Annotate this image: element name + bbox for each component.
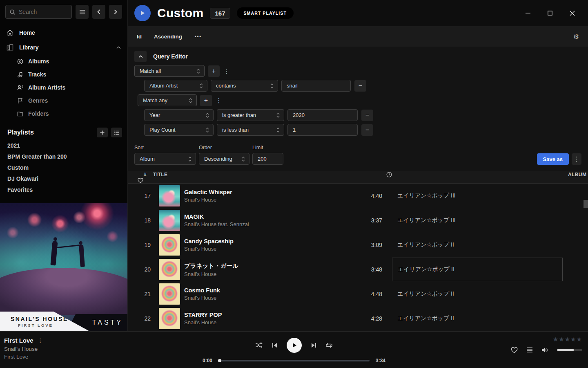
- add-playlist-button[interactable]: [97, 128, 108, 137]
- track-album-cell[interactable]: エイリアン☆ポップ III: [392, 209, 563, 232]
- table-row[interactable]: 19 Candy Spaceship Snail’s House 3:09 エイ…: [128, 233, 588, 257]
- collapse-chevron-icon[interactable]: [116, 46, 121, 49]
- track-artist[interactable]: Snail’s House: [184, 271, 345, 277]
- next-button[interactable]: [311, 343, 316, 348]
- scrollbar-thumb[interactable]: [584, 200, 588, 208]
- sidebar-item-library[interactable]: Library: [0, 40, 127, 55]
- track-artist[interactable]: Snail’s House: [184, 246, 345, 252]
- track-title[interactable]: STARRY POP: [184, 312, 345, 318]
- repeat-button[interactable]: [325, 342, 333, 348]
- sort-field-button[interactable]: Id: [137, 34, 142, 40]
- add-rule-button-1[interactable]: +: [208, 65, 220, 77]
- sidebar-item-folders[interactable]: Folders: [0, 107, 127, 120]
- remove-rule-button[interactable]: −: [354, 80, 366, 92]
- track-album[interactable]: エイリアン☆ポップ II: [397, 241, 454, 249]
- playlist-item[interactable]: 2021: [0, 140, 127, 151]
- remove-rule-button[interactable]: −: [361, 110, 373, 121]
- track-artist[interactable]: Snail’s House: [184, 319, 345, 325]
- query-collapse-button[interactable]: [134, 51, 147, 62]
- column-header-number[interactable]: #: [128, 172, 153, 177]
- track-artist[interactable]: Snail’s House: [184, 295, 345, 301]
- sort-select[interactable]: Album: [134, 153, 196, 165]
- playlist-item[interactable]: Custom: [0, 162, 127, 173]
- minimize-button[interactable]: [522, 7, 534, 19]
- sort-direction-button[interactable]: Ascending: [154, 34, 182, 40]
- table-row[interactable]: 17 Galactic Whisper Snail’s House 4:40 エ…: [128, 184, 588, 208]
- track-album-cell[interactable]: エイリアン☆ポップ II: [392, 258, 563, 281]
- rule-value-input[interactable]: [287, 109, 358, 121]
- column-header-album[interactable]: ALBUM: [563, 172, 588, 177]
- track-album[interactable]: エイリアン☆ポップ III: [397, 192, 456, 200]
- group-menu-button-1[interactable]: ⋮: [223, 65, 230, 77]
- close-button[interactable]: [566, 7, 578, 19]
- sidebar-item-genres[interactable]: Genres: [0, 94, 127, 107]
- order-select[interactable]: Descending: [199, 153, 249, 165]
- rule-field-select[interactable]: Album Artist: [144, 80, 207, 92]
- track-album[interactable]: エイリアン☆ポップ II: [397, 290, 454, 298]
- match-type-select-1[interactable]: Match all: [134, 65, 205, 77]
- seek-thumb[interactable]: [218, 359, 221, 362]
- track-album[interactable]: エイリアン☆ポップ III: [397, 217, 456, 224]
- table-row[interactable]: 20 プラネット・ガール Snail’s House 3:48 エイリアン☆ポッ…: [128, 257, 588, 282]
- now-playing-title[interactable]: First Love: [4, 337, 33, 344]
- add-rule-button-2[interactable]: +: [200, 95, 212, 106]
- save-menu-button[interactable]: ⋮: [572, 153, 581, 165]
- sidebar-item-tracks[interactable]: Tracks: [0, 68, 127, 81]
- more-options-button[interactable]: ⋯: [194, 32, 202, 41]
- now-playing-menu-button[interactable]: ⋮: [38, 337, 43, 344]
- playlist-item[interactable]: DJ Okawari: [0, 173, 127, 184]
- table-row[interactable]: 22 STARRY POP Snail’s House 4:28 エイリアン☆ポ…: [128, 306, 588, 331]
- rule-field-select[interactable]: Year: [144, 109, 214, 121]
- track-album[interactable]: エイリアン☆ポップ II: [397, 315, 454, 322]
- now-playing-artwork[interactable]: TASTY SNAIL'S HOUSE FIRST LOVE: [0, 203, 128, 331]
- favorite-column-header[interactable]: [128, 178, 153, 183]
- table-row[interactable]: 21 Cosmo Funk Snail’s House 4:48 エイリアン☆ポ…: [128, 282, 588, 306]
- save-as-button[interactable]: Save as: [537, 153, 569, 165]
- shuffle-button[interactable]: [255, 342, 263, 348]
- track-artist[interactable]: Snail’s House: [184, 197, 345, 203]
- rule-field-select[interactable]: Play Count: [144, 124, 214, 136]
- rule-operator-select[interactable]: is less than: [217, 124, 284, 136]
- previous-button[interactable]: [272, 343, 278, 348]
- gear-icon[interactable]: ⚙: [573, 33, 579, 40]
- track-title[interactable]: プラネット・ガール: [184, 262, 345, 270]
- group-menu-button-2[interactable]: ⋮: [215, 95, 223, 106]
- duration-column-header[interactable]: [382, 172, 392, 177]
- rating-stars[interactable]: ★★★★★: [553, 336, 582, 343]
- table-row[interactable]: 18 MAGIK Snail’s House feat. Sennzai 3:3…: [128, 208, 588, 233]
- sidebar-item-album-artists[interactable]: Album Artists: [0, 81, 127, 94]
- now-playing-artist[interactable]: Snail’s House: [4, 346, 124, 352]
- track-title[interactable]: Cosmo Funk: [184, 287, 345, 294]
- track-title[interactable]: Candy Spaceship: [184, 238, 345, 245]
- track-album-cell[interactable]: エイリアン☆ポップ III: [392, 184, 563, 208]
- sidebar-item-home[interactable]: Home: [0, 25, 127, 40]
- playlist-item[interactable]: BPM Greater than 200: [0, 151, 127, 162]
- rule-operator-select[interactable]: is greater than: [217, 109, 284, 121]
- play-pause-button[interactable]: [287, 338, 302, 353]
- track-album-cell[interactable]: エイリアン☆ポップ II: [392, 307, 563, 330]
- rule-value-input[interactable]: [287, 124, 358, 136]
- now-playing-album[interactable]: First Love: [4, 354, 124, 360]
- rule-value-input[interactable]: [281, 80, 351, 92]
- track-title[interactable]: MAGIK: [184, 213, 345, 220]
- nav-back-button[interactable]: [92, 5, 105, 19]
- playlist-list-button[interactable]: [111, 128, 122, 137]
- track-album-cell[interactable]: エイリアン☆ポップ II: [392, 282, 563, 306]
- remove-rule-button[interactable]: −: [361, 124, 373, 136]
- volume-button[interactable]: [541, 347, 548, 353]
- track-title[interactable]: Galactic Whisper: [184, 189, 345, 195]
- play-playlist-button[interactable]: [134, 5, 151, 21]
- search-input[interactable]: [19, 9, 64, 15]
- rule-operator-select[interactable]: contains: [211, 80, 278, 92]
- playlist-item[interactable]: Favorites: [0, 184, 127, 195]
- column-header-title[interactable]: TITLE: [153, 172, 345, 177]
- nav-forward-button[interactable]: [109, 5, 122, 19]
- sidebar-item-albums[interactable]: Albums: [0, 55, 127, 68]
- queue-button[interactable]: [526, 347, 533, 353]
- limit-input[interactable]: [252, 153, 283, 165]
- track-album-cell[interactable]: エイリアン☆ポップ II: [392, 233, 563, 257]
- track-album[interactable]: エイリアン☆ポップ II: [398, 266, 454, 273]
- seek-slider[interactable]: [218, 360, 370, 361]
- maximize-button[interactable]: [544, 7, 556, 19]
- volume-slider[interactable]: [557, 349, 582, 351]
